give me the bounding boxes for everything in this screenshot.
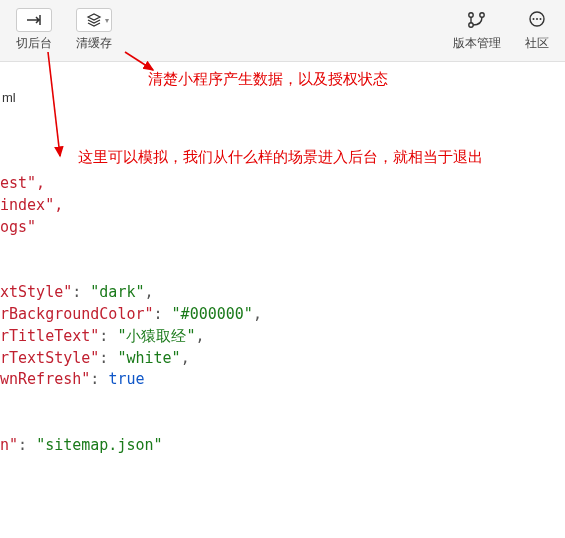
toolbar-btn-label: 清缓存	[76, 35, 112, 52]
code-line: rBackgroundColor": "#000000",	[0, 304, 262, 326]
tab-fragment: ml	[0, 90, 16, 105]
code-line: rTextStyle": "white",	[0, 348, 262, 370]
chevron-down-icon: ▾	[105, 16, 109, 25]
layers-icon: ▾	[76, 8, 112, 32]
switch-bg-icon	[16, 8, 52, 32]
toolbar: 切后台 ▾ 清缓存 版本管理 社区	[0, 0, 565, 62]
toolbar-left-group: 切后台 ▾ 清缓存	[10, 6, 118, 54]
toolbar-btn-label: 切后台	[16, 35, 52, 52]
code-line: est",	[0, 173, 262, 195]
toolbar-right-group: 版本管理 社区	[447, 6, 555, 54]
clear-cache-button[interactable]: ▾ 清缓存	[70, 6, 118, 54]
svg-point-5	[536, 18, 538, 20]
svg-point-0	[469, 13, 473, 17]
code-line: xtStyle": "dark",	[0, 282, 262, 304]
svg-line-7	[48, 52, 60, 156]
code-line: ogs"	[0, 217, 262, 239]
toolbar-btn-label: 版本管理	[453, 35, 501, 52]
code-line: index",	[0, 195, 262, 217]
branch-icon	[467, 8, 487, 32]
svg-point-6	[540, 18, 542, 20]
code-line: n": "sitemap.json"	[0, 435, 262, 457]
code-line: wnRefresh": true	[0, 369, 262, 391]
code-line: rTitleText": "小猿取经",	[0, 326, 262, 348]
svg-point-2	[480, 13, 484, 17]
community-button[interactable]: 社区	[519, 6, 555, 54]
svg-point-1	[469, 23, 473, 27]
switch-background-button[interactable]: 切后台	[10, 6, 58, 54]
toolbar-btn-label: 社区	[525, 35, 549, 52]
speech-icon	[527, 8, 547, 32]
code-editor-content: est", index", ogs" xtStyle": "dark",rBac…	[0, 145, 262, 457]
svg-point-4	[533, 18, 535, 20]
version-manage-button[interactable]: 版本管理	[447, 6, 507, 54]
clear-cache-annotation: 清楚小程序产生数据，以及授权状态	[148, 70, 388, 89]
